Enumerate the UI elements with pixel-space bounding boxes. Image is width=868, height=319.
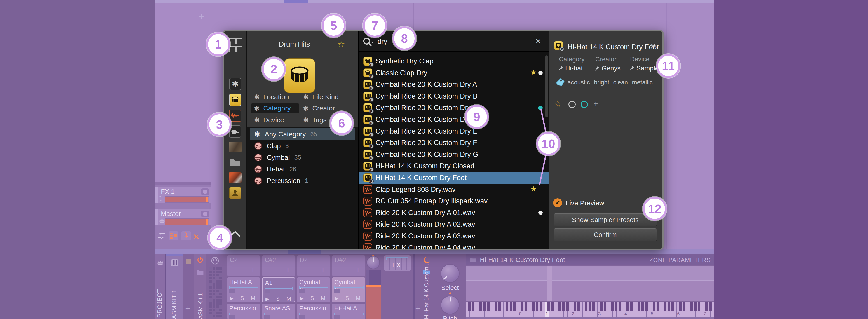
filter-button-device[interactable]: ✱Device [251, 115, 299, 125]
arranger-scrollbar-thumb[interactable] [283, 0, 308, 3]
piano-black-key[interactable] [672, 302, 674, 311]
piano-black-key[interactable] [679, 302, 682, 311]
swap-arrows-icon[interactable] [157, 232, 166, 241]
piano-black-key[interactable] [472, 302, 474, 311]
show-sampler-presets-button[interactable]: Show Sampler Presets [554, 214, 657, 226]
details-field-value-creator[interactable]: Genys [594, 65, 621, 72]
piano-black-key[interactable] [585, 302, 587, 311]
result-row[interactable]: PClassic Clap Dry★ [359, 67, 549, 79]
category-row-hi-hat[interactable]: Hi-hat26 [250, 163, 355, 175]
tag-metallic[interactable]: metallic [632, 79, 653, 86]
track-name[interactable]: FX 1 [161, 188, 175, 195]
sidebar-item-user-icon[interactable] [229, 186, 242, 199]
drum-pad-snare-as-[interactable]: Snare AS... [262, 304, 295, 319]
search-input[interactable]: dry [377, 37, 387, 45]
piano-black-key[interactable] [495, 302, 497, 311]
drum-pad-empty-C#2[interactable]: C#2+ [262, 255, 295, 276]
pad-slider-handle[interactable] [265, 290, 271, 293]
details-field-value-category[interactable]: Hi-hat [558, 65, 583, 72]
piano-black-key[interactable] [619, 302, 621, 311]
arranger-plus-icon[interactable]: + [198, 11, 204, 22]
folder-icon[interactable] [469, 257, 476, 263]
track-meter[interactable] [165, 196, 209, 203]
drum-pad-hi-hat-a-[interactable]: Hi-Hat A... [332, 304, 365, 319]
select-knob[interactable] [440, 264, 460, 283]
piano-black-key[interactable] [562, 302, 565, 311]
favorite-star-icon[interactable]: ★ [530, 68, 537, 76]
piano-black-key[interactable] [592, 302, 595, 311]
add-sample-icon[interactable]: + [320, 265, 325, 275]
pad-fader-track[interactable] [366, 270, 381, 319]
track-row-fx1[interactable]: FX 1 ⤵ [155, 187, 211, 203]
track-activity-button[interactable] [201, 211, 209, 217]
piano-black-key[interactable] [510, 302, 512, 311]
drum-pad-empty-C2[interactable]: C2+ [227, 255, 260, 276]
check-circle-orange-icon[interactable]: ✔ [553, 198, 562, 208]
category-row-cymbal[interactable]: Cymbal35 [250, 152, 355, 163]
piano-black-key[interactable] [694, 302, 696, 311]
pad-slider-handle[interactable] [229, 315, 235, 319]
piano-black-key[interactable] [551, 302, 554, 311]
piano-black-key[interactable] [558, 302, 561, 311]
pad-slider-handle[interactable] [264, 315, 270, 319]
piano-black-key[interactable] [626, 302, 629, 311]
pad-volume-knob[interactable] [367, 256, 380, 269]
piano-black-key[interactable] [698, 302, 701, 311]
piano-black-key[interactable] [525, 302, 527, 311]
add-layer-icon[interactable]: + [415, 304, 421, 314]
sidebar-item-smart-collection-icon[interactable]: ✱ [229, 77, 242, 91]
details-close-icon[interactable]: ✕ [650, 41, 656, 50]
category-row-clap[interactable]: Clap3 [250, 140, 355, 152]
pad-play-icon[interactable]: ▶ [266, 296, 270, 302]
pad-play-icon[interactable]: ▶ [230, 295, 234, 301]
result-row[interactable]: Clap Legend 808 Dry.wav★ [359, 184, 549, 195]
result-row[interactable]: RC Cut 054 Pnotap Dry Illspark.wav [359, 195, 549, 207]
piano-black-key[interactable] [705, 302, 708, 311]
circle-teal-icon[interactable] [581, 101, 588, 108]
results-scrollbar-thumb[interactable] [546, 55, 548, 118]
pad-slider[interactable] [299, 287, 329, 288]
tag-bright[interactable]: bright [594, 79, 609, 86]
pad-mute-button[interactable]: M [286, 296, 291, 302]
pad-slider[interactable] [229, 287, 258, 288]
piano-black-key[interactable] [536, 302, 538, 311]
pad-solo-button[interactable]: S [345, 295, 349, 301]
teal-dot-marker[interactable] [538, 105, 543, 110]
track-meter[interactable] [165, 218, 209, 225]
piano-black-key[interactable] [479, 302, 482, 311]
piano-black-key[interactable] [600, 302, 602, 311]
result-row[interactable]: PCymbal Ride 20 K Custom Dry D [359, 114, 549, 125]
pad-mute-button[interactable]: M [356, 295, 361, 301]
piano-black-key[interactable] [487, 302, 490, 311]
sidebar-item-grid-icon[interactable] [229, 39, 242, 52]
pad-slider-handle[interactable] [334, 315, 340, 319]
result-row[interactable]: Ride 20 K Custom Dry A 03.wav [359, 230, 549, 242]
pad-solo-button[interactable]: S [310, 295, 314, 301]
arranger-scrollbar[interactable] [155, 0, 714, 3]
piano-black-key[interactable] [513, 302, 516, 311]
track-activity-button[interactable] [201, 188, 209, 195]
result-row[interactable]: Ride 20 K Custom Dry A 02.wav [359, 219, 549, 230]
pad-slider[interactable] [265, 288, 293, 289]
drum-pad-percussio-[interactable]: Percussio... [227, 304, 260, 319]
piano-black-key[interactable] [604, 302, 606, 311]
route-arrow-icon[interactable]: ⤵ [181, 231, 191, 241]
pad-slider[interactable] [299, 314, 329, 315]
result-row[interactable]: PCymbal Ride 20 K Custom Dry B [359, 90, 549, 102]
fx-chain-block[interactable]: FX [384, 255, 411, 271]
piano-black-key[interactable] [574, 302, 576, 311]
piano-black-key[interactable] [668, 302, 670, 311]
plus-icon[interactable]: + [593, 99, 598, 109]
pad-slider-handle[interactable] [229, 289, 235, 293]
piano-black-key[interactable] [483, 302, 486, 311]
result-row[interactable]: PHi-Hat 14 K Custom Dry Closed [359, 160, 549, 172]
pad-solo-button[interactable]: S [276, 296, 280, 302]
piano-black-key[interactable] [506, 302, 508, 311]
device-panel-scroll-strip[interactable] [155, 249, 714, 254]
pad-slider-handle[interactable] [299, 289, 305, 293]
list-blocks-icon[interactable] [168, 231, 179, 241]
drum-pad-empty-D2[interactable]: D2+ [297, 255, 330, 276]
piano-black-key[interactable] [540, 302, 542, 311]
piano-black-key[interactable] [578, 302, 580, 311]
result-row[interactable]: PCymbal Ride 20 K Custom Dry G [359, 149, 549, 160]
